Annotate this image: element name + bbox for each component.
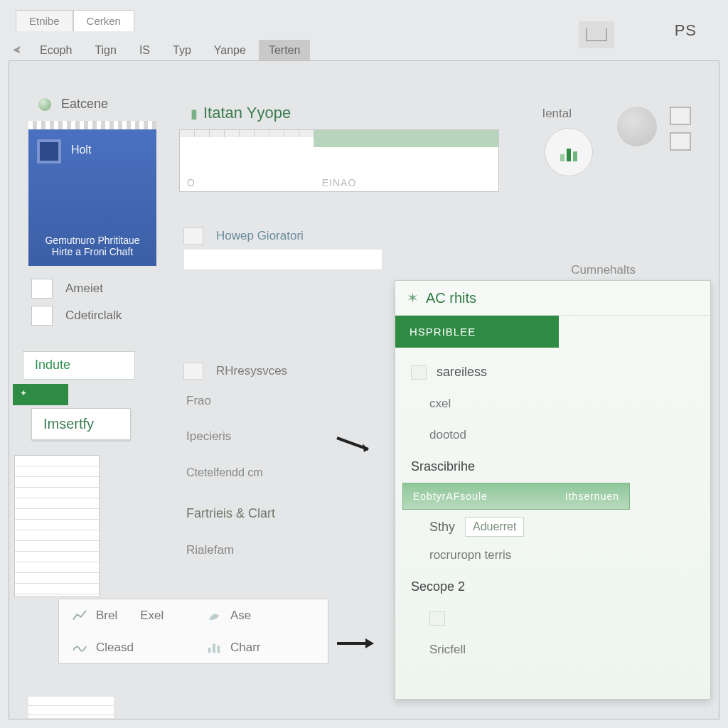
arrow-icon xyxy=(334,434,377,457)
leaf-icon xyxy=(206,609,222,622)
panel-item-secope2[interactable]: Secope 2 xyxy=(395,571,710,603)
panel-hi-left: EobtyrAFsoule xyxy=(413,491,488,502)
doc-icon xyxy=(183,228,203,245)
opt-charr-label: Charr xyxy=(230,641,261,655)
panel-title: ✶ AC rhits xyxy=(395,281,710,316)
round-chart-icon[interactable] xyxy=(545,128,593,176)
panel-title-text: AC rhits xyxy=(426,290,476,306)
frao-label[interactable]: Frao xyxy=(186,394,211,408)
ameiet-label: Ameiet xyxy=(65,282,103,296)
panel-item-dootod[interactable]: dootod xyxy=(395,419,710,451)
line-chart-icon xyxy=(72,609,87,622)
scribble-icon xyxy=(72,641,87,654)
ribbon-tab-ecoph[interactable]: Ecoph xyxy=(30,40,82,61)
grid-icon xyxy=(31,306,53,326)
indute-button[interactable]: Indute xyxy=(23,351,135,380)
rhresvres-label: RHresysvces xyxy=(216,364,287,378)
opt-exel-label: Exel xyxy=(140,609,164,623)
top-tab-etnibe[interactable]: Etnibe xyxy=(16,10,73,31)
link-hgoratori[interactable]: Howep Gioratori xyxy=(183,228,304,245)
panel-item-cxel[interactable]: cxel xyxy=(395,388,710,419)
green-marker-icon[interactable] xyxy=(13,384,68,405)
panel-item-roruropnterris[interactable]: rocruropn terris xyxy=(395,540,710,571)
ribbon-tab-yanpe[interactable]: Yanpe xyxy=(204,40,256,61)
ctetefendd-label[interactable]: Ctetelfendd cm xyxy=(186,466,263,479)
panel-item-label: rocruropn terris xyxy=(429,548,511,562)
svg-rect-0 xyxy=(208,648,211,653)
template-card[interactable]: Holt Gemutnuro Phrititaue Hirte a Froni … xyxy=(28,129,156,266)
spreadsheet-thumb-icon xyxy=(14,455,100,597)
preview-axis-center: EINAO xyxy=(322,177,357,188)
bar-chart-icon xyxy=(206,641,222,654)
panel-item-label: dootod xyxy=(429,428,466,442)
tree-icon: ✶ xyxy=(407,289,419,306)
panel-item-highlighted[interactable]: EobtyrAFsoule Ithsernuen xyxy=(402,483,630,510)
cumhats-label: Cumnehalts xyxy=(571,263,636,277)
panel-sthy-label: Sthy xyxy=(429,520,455,535)
panel-item-srascbrihe[interactable]: Srascibrihe xyxy=(395,451,710,483)
panel-item-label: sareiless xyxy=(437,365,487,380)
cloud-upload-icon[interactable] xyxy=(579,21,614,48)
link-rhresvres[interactable]: RHresysvces xyxy=(183,363,287,380)
panel-item-label: Sricfell xyxy=(429,643,466,657)
panel-item-sareless[interactable]: sareiless xyxy=(395,356,710,388)
ribbon-tab-tign[interactable]: Tign xyxy=(85,40,127,61)
template-card-line1: Gemutnuro Phrititaue xyxy=(37,235,148,246)
ribbon-tab-is[interactable]: IS xyxy=(129,40,160,61)
ribbon-tab-terten[interactable]: Terten xyxy=(259,40,310,61)
square-option-b[interactable] xyxy=(670,132,691,151)
template-card-icon xyxy=(37,139,61,164)
opt-brel[interactable]: Brel Exel xyxy=(59,599,193,631)
chart-preview-fill xyxy=(314,130,498,147)
square-option-a[interactable] xyxy=(670,107,691,125)
opt-charr[interactable]: Charr xyxy=(193,631,328,663)
hgoratori-label: Howep Gioratori xyxy=(216,229,304,243)
spreadsheet-footer-icon xyxy=(28,697,114,718)
opt-cleasd[interactable]: Cleasd xyxy=(59,631,193,663)
ac-rhits-panel: ✶ AC rhits HSPRIBLEE sareiless cxel doot… xyxy=(395,280,711,700)
preview-axis-left: O xyxy=(187,177,195,188)
opt-brel-label: Brel xyxy=(96,609,117,623)
eatcene-label: Eatcene xyxy=(61,97,108,112)
svg-marker-6 xyxy=(365,638,374,648)
svg-rect-1 xyxy=(213,643,215,653)
opt-ase-label: Ase xyxy=(230,609,251,623)
expand-icon[interactable]: ⮜ xyxy=(13,46,23,55)
panel-item-sricfell[interactable]: Sricfell xyxy=(395,634,710,665)
panel-item-thumb[interactable] xyxy=(395,603,710,634)
svg-rect-2 xyxy=(218,646,220,653)
fartiois-label[interactable]: Fartrieis & Clart xyxy=(186,506,275,521)
panel-item-label: Secope 2 xyxy=(411,579,465,594)
input-strip[interactable] xyxy=(183,249,382,270)
ps-label: PS xyxy=(675,21,697,40)
panel-hi-right: Ithsernuen xyxy=(565,491,619,502)
sidebar-item-ameiet[interactable]: Ameiet xyxy=(31,279,103,299)
insertfy-button[interactable]: Imsertfy xyxy=(31,408,131,440)
ipeciens-label[interactable]: Ipecieris xyxy=(186,429,231,444)
rialeram-label[interactable]: Rialefam xyxy=(186,543,234,557)
iental-label: Iental xyxy=(542,107,572,121)
top-tab-cerken[interactable]: Cerken xyxy=(73,10,134,31)
globe-icon xyxy=(38,98,51,111)
cdetrcalk-label: Cdetirclalk xyxy=(65,309,122,323)
panel-aduerret-chip[interactable]: Aduerret xyxy=(465,517,524,537)
opt-cleasd-label: Cleasd xyxy=(96,641,134,655)
template-card-title: Holt xyxy=(71,144,91,156)
sphere-icon xyxy=(617,107,657,146)
sheet-icon xyxy=(411,365,427,380)
sidebar-item-cdetrcalk[interactable]: Cdetirclalk xyxy=(31,306,122,326)
section-eatcene: Eatcene xyxy=(38,97,108,112)
arrow-icon xyxy=(334,633,377,656)
tool-icon xyxy=(183,363,203,380)
panel-item-label: cxel xyxy=(429,397,451,411)
panel-list: sareiless cxel dootod Srascibrihe Eobtyr… xyxy=(395,348,710,674)
ribbon-tab-typ[interactable]: Typ xyxy=(163,40,201,61)
panel-inline-row: Sthy Aduerret xyxy=(395,510,710,540)
section-heading-atatype: Itatan Yyope xyxy=(191,104,291,122)
ribbon-tabs: ⮜ Ecoph Tign IS Typ Yanpe Terten xyxy=(13,40,310,61)
chart-preview[interactable]: O EINAO xyxy=(179,129,499,192)
panel-ribbon-bar[interactable]: HSPRIBLEE xyxy=(395,316,559,348)
template-card-line2: Hirte a Froni Chaft xyxy=(37,246,148,257)
opt-ase[interactable]: Ase xyxy=(193,599,328,631)
thumb-icon xyxy=(429,611,445,626)
